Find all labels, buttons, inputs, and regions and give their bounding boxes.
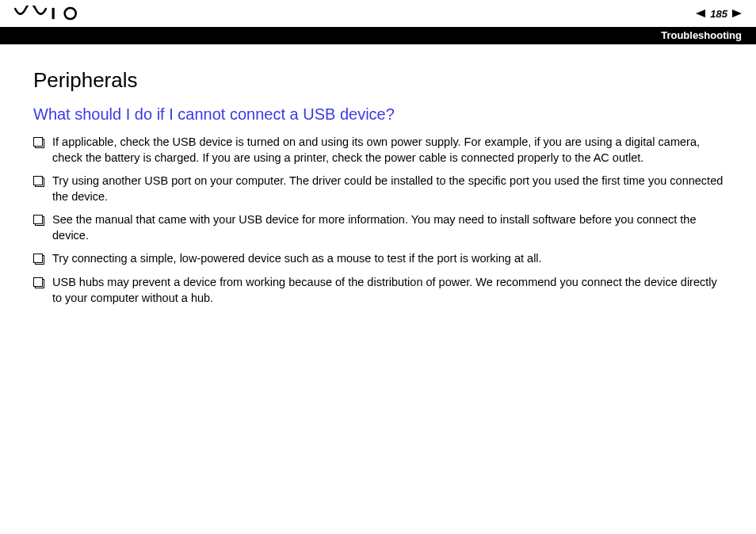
bullet-icon [33, 137, 43, 147]
bullet-icon [33, 254, 43, 263]
prev-page-arrow-icon[interactable] [696, 10, 705, 17]
bullet-text: If applicable, check the USB device is t… [52, 135, 727, 166]
next-page-arrow-icon[interactable] [732, 10, 742, 17]
list-item: USB hubs may prevent a device from worki… [33, 275, 727, 306]
bullet-text: Try using another USB port on your compu… [52, 174, 727, 204]
bullet-icon [33, 176, 43, 185]
header-bar: 185 [0, 0, 756, 27]
bullet-icon [33, 215, 43, 224]
bullet-text: See the manual that came with your USB d… [52, 212, 727, 243]
section-label: Troubleshooting [661, 29, 742, 41]
vaio-logo [14, 6, 86, 21]
list-item: See the manual that came with your USB d… [33, 212, 727, 243]
section-band: Troubleshooting [0, 27, 756, 44]
svg-point-1 [65, 8, 76, 19]
vaio-logo-icon [14, 6, 86, 21]
bullet-text: Try connecting a simple, low-powered dev… [52, 251, 727, 267]
list-item: If applicable, check the USB device is t… [33, 135, 727, 166]
list-item: Try connecting a simple, low-powered dev… [33, 251, 727, 267]
page-number: 185 [710, 8, 727, 20]
list-item: Try using another USB port on your compu… [33, 174, 727, 204]
bullet-text: USB hubs may prevent a device from worki… [52, 275, 727, 306]
svg-rect-0 [52, 8, 55, 19]
section-title: Peripherals [33, 68, 727, 93]
faq-question: What should I do if I cannot connect a U… [33, 105, 727, 124]
page-nav: 185 [696, 8, 742, 20]
bullet-icon [33, 277, 43, 287]
bullet-list: If applicable, check the USB device is t… [33, 135, 727, 306]
content-area: Peripherals What should I do if I cannot… [0, 44, 756, 306]
